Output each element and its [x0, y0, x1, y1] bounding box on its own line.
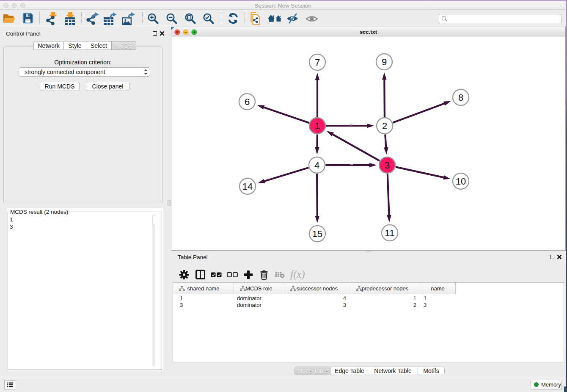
- svg-text:2: 2: [382, 121, 387, 131]
- svg-text:4: 4: [314, 160, 319, 171]
- svg-text:7: 7: [315, 57, 320, 68]
- svg-text:9: 9: [382, 57, 387, 67]
- svg-text:6: 6: [245, 97, 250, 107]
- svg-text:14: 14: [242, 181, 253, 192]
- svg-text:1: 1: [315, 121, 320, 131]
- svg-text:10: 10: [456, 176, 466, 187]
- svg-text:15: 15: [312, 229, 322, 239]
- svg-text:8: 8: [458, 92, 463, 103]
- svg-text:3: 3: [385, 160, 390, 171]
- svg-text:11: 11: [385, 228, 395, 238]
